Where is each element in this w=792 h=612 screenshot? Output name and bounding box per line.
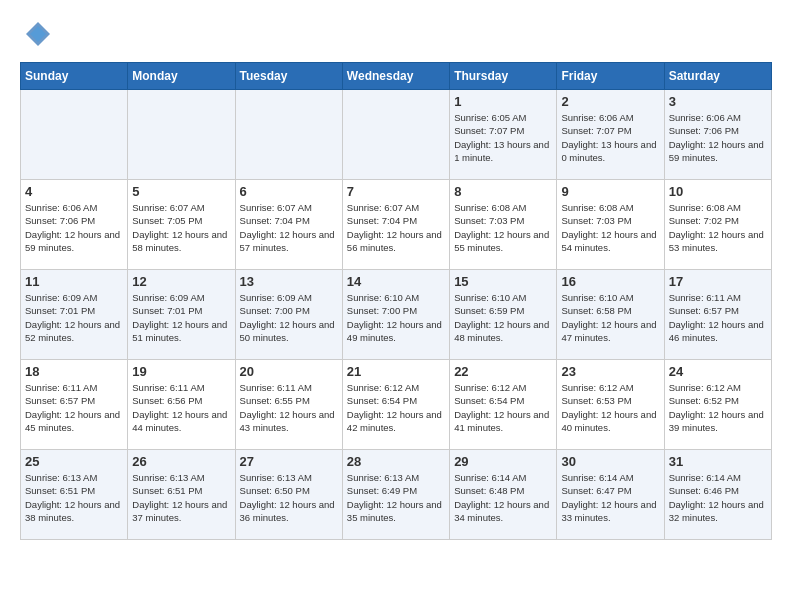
day-info: Sunrise: 6:11 AM Sunset: 6:57 PM Dayligh…	[25, 381, 123, 434]
day-info: Sunrise: 6:06 AM Sunset: 7:07 PM Dayligh…	[561, 111, 659, 164]
day-number: 8	[454, 184, 552, 199]
day-number: 19	[132, 364, 230, 379]
calendar-cell: 3Sunrise: 6:06 AM Sunset: 7:06 PM Daylig…	[664, 90, 771, 180]
day-number: 4	[25, 184, 123, 199]
calendar-cell: 10Sunrise: 6:08 AM Sunset: 7:02 PM Dayli…	[664, 180, 771, 270]
calendar-week-4: 18Sunrise: 6:11 AM Sunset: 6:57 PM Dayli…	[21, 360, 772, 450]
day-info: Sunrise: 6:13 AM Sunset: 6:50 PM Dayligh…	[240, 471, 338, 524]
calendar-week-5: 25Sunrise: 6:13 AM Sunset: 6:51 PM Dayli…	[21, 450, 772, 540]
calendar-cell	[342, 90, 449, 180]
weekday-header-saturday: Saturday	[664, 63, 771, 90]
day-number: 24	[669, 364, 767, 379]
calendar-cell: 29Sunrise: 6:14 AM Sunset: 6:48 PM Dayli…	[450, 450, 557, 540]
day-info: Sunrise: 6:12 AM Sunset: 6:53 PM Dayligh…	[561, 381, 659, 434]
day-info: Sunrise: 6:05 AM Sunset: 7:07 PM Dayligh…	[454, 111, 552, 164]
calendar-cell	[128, 90, 235, 180]
day-number: 3	[669, 94, 767, 109]
day-info: Sunrise: 6:07 AM Sunset: 7:04 PM Dayligh…	[240, 201, 338, 254]
day-info: Sunrise: 6:12 AM Sunset: 6:52 PM Dayligh…	[669, 381, 767, 434]
day-info: Sunrise: 6:09 AM Sunset: 7:00 PM Dayligh…	[240, 291, 338, 344]
day-info: Sunrise: 6:12 AM Sunset: 6:54 PM Dayligh…	[347, 381, 445, 434]
day-number: 22	[454, 364, 552, 379]
day-info: Sunrise: 6:12 AM Sunset: 6:54 PM Dayligh…	[454, 381, 552, 434]
calendar-cell: 7Sunrise: 6:07 AM Sunset: 7:04 PM Daylig…	[342, 180, 449, 270]
day-number: 27	[240, 454, 338, 469]
day-number: 31	[669, 454, 767, 469]
day-info: Sunrise: 6:06 AM Sunset: 7:06 PM Dayligh…	[25, 201, 123, 254]
calendar-cell: 11Sunrise: 6:09 AM Sunset: 7:01 PM Dayli…	[21, 270, 128, 360]
calendar-cell: 18Sunrise: 6:11 AM Sunset: 6:57 PM Dayli…	[21, 360, 128, 450]
day-number: 29	[454, 454, 552, 469]
weekday-header-wednesday: Wednesday	[342, 63, 449, 90]
weekday-header-tuesday: Tuesday	[235, 63, 342, 90]
day-info: Sunrise: 6:11 AM Sunset: 6:55 PM Dayligh…	[240, 381, 338, 434]
calendar-cell: 24Sunrise: 6:12 AM Sunset: 6:52 PM Dayli…	[664, 360, 771, 450]
day-number: 7	[347, 184, 445, 199]
day-number: 6	[240, 184, 338, 199]
calendar-cell: 14Sunrise: 6:10 AM Sunset: 7:00 PM Dayli…	[342, 270, 449, 360]
day-number: 20	[240, 364, 338, 379]
weekday-header-friday: Friday	[557, 63, 664, 90]
day-number: 26	[132, 454, 230, 469]
day-number: 21	[347, 364, 445, 379]
calendar-cell: 21Sunrise: 6:12 AM Sunset: 6:54 PM Dayli…	[342, 360, 449, 450]
day-info: Sunrise: 6:10 AM Sunset: 6:58 PM Dayligh…	[561, 291, 659, 344]
calendar-week-3: 11Sunrise: 6:09 AM Sunset: 7:01 PM Dayli…	[21, 270, 772, 360]
day-info: Sunrise: 6:07 AM Sunset: 7:05 PM Dayligh…	[132, 201, 230, 254]
day-number: 25	[25, 454, 123, 469]
calendar-cell: 12Sunrise: 6:09 AM Sunset: 7:01 PM Dayli…	[128, 270, 235, 360]
day-info: Sunrise: 6:10 AM Sunset: 7:00 PM Dayligh…	[347, 291, 445, 344]
day-number: 14	[347, 274, 445, 289]
day-info: Sunrise: 6:06 AM Sunset: 7:06 PM Dayligh…	[669, 111, 767, 164]
calendar-cell: 23Sunrise: 6:12 AM Sunset: 6:53 PM Dayli…	[557, 360, 664, 450]
day-info: Sunrise: 6:08 AM Sunset: 7:03 PM Dayligh…	[454, 201, 552, 254]
day-info: Sunrise: 6:14 AM Sunset: 6:46 PM Dayligh…	[669, 471, 767, 524]
day-number: 9	[561, 184, 659, 199]
day-number: 10	[669, 184, 767, 199]
calendar-cell: 16Sunrise: 6:10 AM Sunset: 6:58 PM Dayli…	[557, 270, 664, 360]
day-number: 16	[561, 274, 659, 289]
calendar-cell: 25Sunrise: 6:13 AM Sunset: 6:51 PM Dayli…	[21, 450, 128, 540]
calendar-cell: 5Sunrise: 6:07 AM Sunset: 7:05 PM Daylig…	[128, 180, 235, 270]
day-info: Sunrise: 6:11 AM Sunset: 6:57 PM Dayligh…	[669, 291, 767, 344]
day-number: 15	[454, 274, 552, 289]
calendar-cell	[21, 90, 128, 180]
calendar-cell: 28Sunrise: 6:13 AM Sunset: 6:49 PM Dayli…	[342, 450, 449, 540]
calendar-cell: 26Sunrise: 6:13 AM Sunset: 6:51 PM Dayli…	[128, 450, 235, 540]
calendar-cell: 19Sunrise: 6:11 AM Sunset: 6:56 PM Dayli…	[128, 360, 235, 450]
day-number: 13	[240, 274, 338, 289]
day-info: Sunrise: 6:07 AM Sunset: 7:04 PM Dayligh…	[347, 201, 445, 254]
calendar-cell: 2Sunrise: 6:06 AM Sunset: 7:07 PM Daylig…	[557, 90, 664, 180]
calendar-cell: 1Sunrise: 6:05 AM Sunset: 7:07 PM Daylig…	[450, 90, 557, 180]
calendar-cell: 15Sunrise: 6:10 AM Sunset: 6:59 PM Dayli…	[450, 270, 557, 360]
day-info: Sunrise: 6:14 AM Sunset: 6:47 PM Dayligh…	[561, 471, 659, 524]
day-info: Sunrise: 6:13 AM Sunset: 6:51 PM Dayligh…	[132, 471, 230, 524]
logo-icon	[24, 20, 52, 52]
day-number: 5	[132, 184, 230, 199]
calendar-cell: 31Sunrise: 6:14 AM Sunset: 6:46 PM Dayli…	[664, 450, 771, 540]
calendar-cell: 20Sunrise: 6:11 AM Sunset: 6:55 PM Dayli…	[235, 360, 342, 450]
calendar-cell: 4Sunrise: 6:06 AM Sunset: 7:06 PM Daylig…	[21, 180, 128, 270]
day-info: Sunrise: 6:08 AM Sunset: 7:02 PM Dayligh…	[669, 201, 767, 254]
weekday-header-monday: Monday	[128, 63, 235, 90]
logo	[20, 20, 52, 52]
day-info: Sunrise: 6:10 AM Sunset: 6:59 PM Dayligh…	[454, 291, 552, 344]
day-info: Sunrise: 6:14 AM Sunset: 6:48 PM Dayligh…	[454, 471, 552, 524]
day-number: 1	[454, 94, 552, 109]
calendar-cell: 8Sunrise: 6:08 AM Sunset: 7:03 PM Daylig…	[450, 180, 557, 270]
calendar-week-1: 1Sunrise: 6:05 AM Sunset: 7:07 PM Daylig…	[21, 90, 772, 180]
day-number: 28	[347, 454, 445, 469]
day-info: Sunrise: 6:08 AM Sunset: 7:03 PM Dayligh…	[561, 201, 659, 254]
calendar-cell: 30Sunrise: 6:14 AM Sunset: 6:47 PM Dayli…	[557, 450, 664, 540]
day-number: 23	[561, 364, 659, 379]
calendar-cell: 9Sunrise: 6:08 AM Sunset: 7:03 PM Daylig…	[557, 180, 664, 270]
page-header	[20, 20, 772, 52]
day-info: Sunrise: 6:11 AM Sunset: 6:56 PM Dayligh…	[132, 381, 230, 434]
calendar-cell: 22Sunrise: 6:12 AM Sunset: 6:54 PM Dayli…	[450, 360, 557, 450]
day-number: 12	[132, 274, 230, 289]
day-number: 17	[669, 274, 767, 289]
day-number: 18	[25, 364, 123, 379]
day-number: 2	[561, 94, 659, 109]
day-info: Sunrise: 6:13 AM Sunset: 6:51 PM Dayligh…	[25, 471, 123, 524]
calendar-week-2: 4Sunrise: 6:06 AM Sunset: 7:06 PM Daylig…	[21, 180, 772, 270]
